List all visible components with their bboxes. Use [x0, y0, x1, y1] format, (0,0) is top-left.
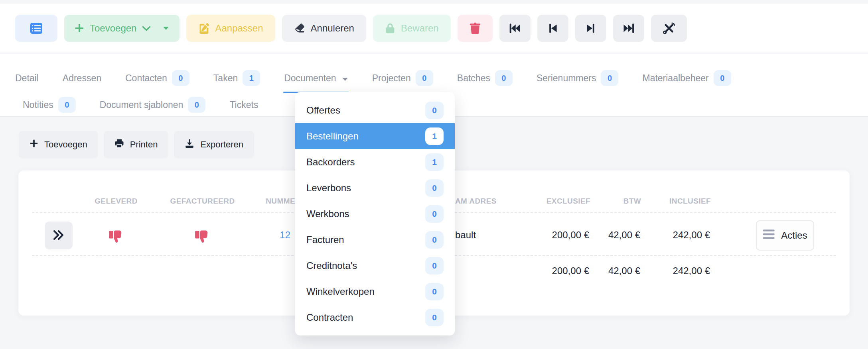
tab-materiaalbeheer[interactable]: Materiaalbeheer 0 [642, 69, 731, 87]
tab-adressen[interactable]: Adressen [63, 69, 101, 87]
menu-item-creditnotas[interactable]: Creditnota's 0 [295, 253, 455, 278]
tab-label: Document sjablonen [100, 100, 183, 110]
step-forward-icon [586, 23, 596, 34]
table-list-button[interactable] [15, 15, 57, 42]
exporteren-button[interactable]: Exporteren [174, 131, 254, 159]
col-header-nummer: NUMME [266, 195, 295, 207]
col-header-exclusief: EXCLUSIEF [546, 195, 590, 207]
tab-label: Tickets [229, 100, 258, 110]
next-record-button[interactable] [575, 15, 606, 42]
tab-label: Materiaalbeheer [642, 73, 708, 84]
tabs-row-2: Notities 0 Document sjablonen 0 Tickets [23, 96, 258, 114]
tab-detail[interactable]: Detail [15, 69, 39, 87]
menu-count-badge: 0 [425, 205, 444, 223]
tab-document-sjablonen[interactable]: Document sjablonen 0 [100, 96, 206, 114]
tab-serienummers[interactable]: Serienummers 0 [537, 69, 619, 87]
annuleren-button[interactable]: Annuleren [282, 15, 366, 42]
documenten-dropdown-menu: Offertes 0 Bestellingen 1 Backorders 1 L… [295, 92, 455, 335]
delete-button[interactable] [458, 15, 493, 42]
menu-count-badge: 0 [425, 102, 444, 119]
tab-documenten[interactable]: Documenten [284, 69, 348, 87]
annuleren-label: Annuleren [311, 23, 354, 34]
printen-button[interactable]: Printen [104, 131, 169, 159]
tools-icon [662, 22, 676, 35]
tab-count-badge: 0 [714, 70, 731, 86]
expand-row-button[interactable] [45, 222, 73, 249]
tab-label: Projecten [372, 73, 411, 84]
menu-item-backorders[interactable]: Backorders 1 [295, 149, 455, 175]
tab-batches[interactable]: Batches 0 [457, 69, 513, 87]
table-list-icon [30, 22, 43, 34]
plus-icon [30, 139, 38, 150]
menu-item-leverbons[interactable]: Leverbons 0 [295, 175, 455, 201]
previous-record-button[interactable] [537, 15, 568, 42]
skip-last-button[interactable] [613, 15, 644, 42]
menu-item-facturen[interactable]: Facturen 0 [295, 227, 455, 253]
toevoegen-button[interactable]: Toevoegen [64, 15, 180, 42]
tools-button[interactable] [651, 15, 687, 42]
gefactureerd-thumbs-down-icon [195, 229, 210, 244]
col-header-naam-adres: AM ADRES [455, 195, 497, 207]
list-toevoegen-label: Toevoegen [44, 139, 87, 150]
list-toevoegen-button[interactable]: Toevoegen [19, 131, 98, 159]
tab-label: Taken [213, 73, 238, 84]
menu-item-bestellingen[interactable]: Bestellingen 1 [295, 123, 455, 149]
total-btw: 42,00 € [608, 265, 640, 276]
col-header-geleverd: GELEVERD [89, 195, 144, 207]
menu-item-label: Creditnota's [306, 260, 357, 271]
col-header-inclusief: INCLUSIEF [669, 195, 711, 207]
plus-icon [75, 24, 84, 33]
printer-icon [114, 139, 124, 151]
acties-button[interactable]: Acties [756, 220, 814, 251]
toevoegen-label: Toevoegen [90, 23, 136, 34]
printen-label: Printen [130, 139, 158, 150]
total-inclusief: 242,00 € [673, 265, 710, 276]
menu-item-werkbons[interactable]: Werkbons 0 [295, 201, 455, 227]
geleverd-thumbs-down-icon [108, 229, 124, 244]
menu-item-winkelverkopen[interactable]: Winkelverkopen 0 [295, 278, 455, 304]
skip-first-icon [509, 23, 521, 34]
page: Toevoegen Aanpassen Annuleren Bewa [0, 0, 868, 349]
menu-item-label: Leverbons [306, 182, 351, 194]
menu-count-badge: 0 [425, 309, 444, 326]
bewaren-button[interactable]: Bewaren [373, 15, 451, 42]
tab-label: Adressen [63, 73, 101, 84]
double-chevron-right-icon [52, 229, 65, 242]
tab-count-badge: 0 [58, 97, 76, 113]
menu-count-badge: 0 [425, 257, 444, 274]
tab-count-badge: 0 [188, 97, 205, 113]
lock-icon [385, 23, 395, 34]
tab-label: Batches [457, 73, 490, 84]
menu-item-offertes[interactable]: Offertes 0 [295, 97, 455, 123]
acties-label: Acties [781, 230, 807, 241]
menu-item-contracten[interactable]: Contracten 0 [295, 304, 455, 330]
tab-label: Notities [23, 100, 53, 110]
tab-tickets[interactable]: Tickets [229, 96, 258, 114]
col-header-gefactureerd: GEFACTUREERD [162, 195, 243, 207]
eraser-icon [294, 23, 305, 34]
menu-count-badge: 0 [425, 231, 444, 249]
tab-contacten[interactable]: Contacten 0 [125, 69, 189, 87]
total-exclusief: 200,00 € [552, 265, 589, 276]
tab-count-badge: 0 [416, 70, 433, 86]
exporteren-label: Exporteren [200, 139, 243, 150]
tab-count-badge: 0 [601, 70, 618, 86]
tab-notities[interactable]: Notities 0 [23, 96, 76, 114]
menu-count-badge: 1 [425, 127, 444, 145]
tab-label: Contacten [125, 73, 167, 84]
skip-first-button[interactable] [499, 15, 531, 42]
tab-taken[interactable]: Taken 1 [213, 69, 260, 87]
trash-icon [470, 22, 481, 34]
tab-projecten[interactable]: Projecten 0 [372, 69, 433, 87]
menu-item-label: Contracten [306, 312, 353, 323]
tab-label: Detail [15, 73, 39, 84]
tab-count-badge: 1 [243, 70, 260, 86]
skip-last-icon [623, 23, 635, 34]
col-header-btw: BTW [623, 195, 641, 207]
row-inclusief: 242,00 € [673, 229, 710, 241]
row-nummer-link[interactable]: 12 [280, 229, 290, 241]
menu-item-label: Werkbons [306, 208, 349, 220]
menu-count-badge: 0 [425, 179, 444, 197]
aanpassen-button[interactable]: Aanpassen [186, 15, 275, 42]
caret-down-icon [163, 26, 169, 30]
